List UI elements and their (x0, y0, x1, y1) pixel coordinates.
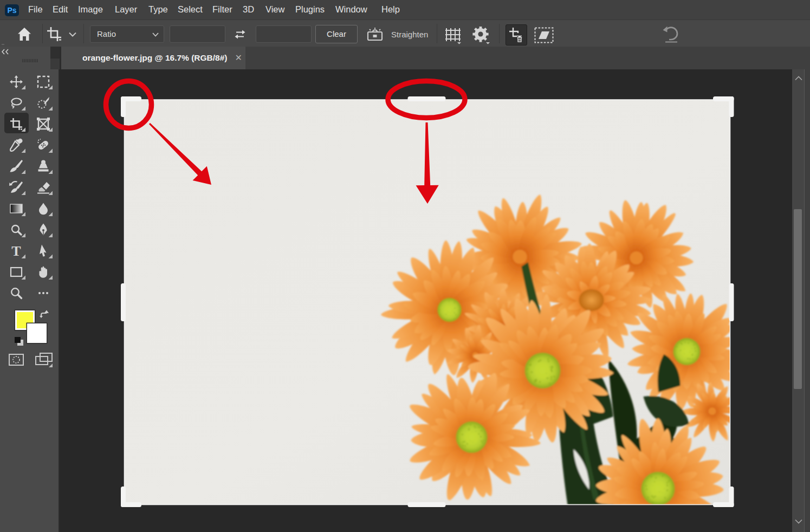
svg-text:T: T (11, 243, 21, 259)
